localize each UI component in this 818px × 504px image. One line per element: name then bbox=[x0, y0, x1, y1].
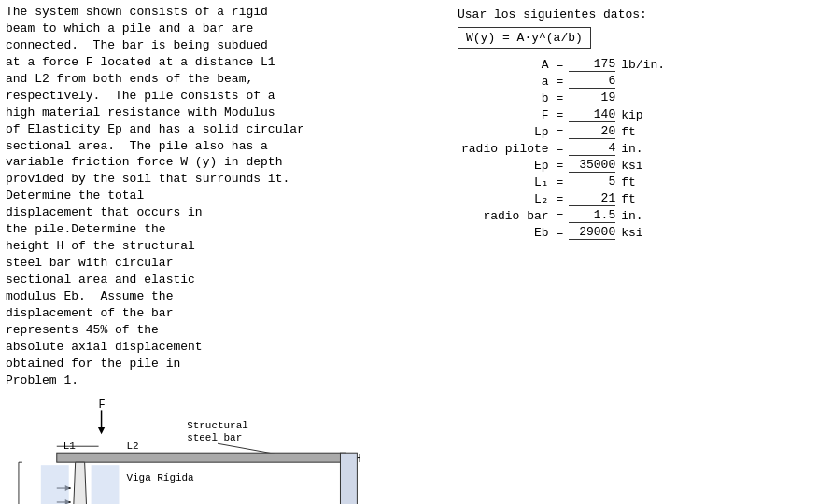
data-value-7: 5 bbox=[565, 174, 617, 190]
f-label: F bbox=[99, 399, 106, 412]
usar-title: Usar los siguientes datos: bbox=[458, 7, 647, 21]
data-label-1: a = bbox=[458, 73, 565, 90]
data-label-6: Ep = bbox=[458, 157, 565, 174]
structural-bar-label: Structural bbox=[187, 420, 248, 431]
data-value-1: 6 bbox=[565, 73, 617, 90]
data-label-7: L₁ = bbox=[458, 174, 565, 190]
data-value-2: 19 bbox=[565, 90, 617, 106]
data-table: A =175lb/in.a =6b =19F =140kipLp =20ftra… bbox=[458, 56, 669, 241]
data-value-5: 4 bbox=[565, 140, 617, 157]
l2-label: L2 bbox=[126, 441, 138, 452]
svg-rect-6 bbox=[340, 453, 357, 504]
problem-text: The system shown consists of a rigid bea… bbox=[6, 4, 443, 389]
data-label-5: radio pilote = bbox=[458, 140, 565, 157]
data-value-3: 140 bbox=[565, 106, 617, 123]
data-label-10: Eb = bbox=[458, 224, 565, 241]
data-row-9: radio bar =1.5in. bbox=[458, 207, 669, 224]
data-row-10: Eb =29000ksi bbox=[458, 224, 669, 241]
svg-text:steel bar: steel bar bbox=[187, 432, 242, 443]
formula-text: W(y) = A·y^(a/b) bbox=[466, 31, 583, 45]
data-label-0: A = bbox=[458, 56, 565, 73]
data-label-3: F = bbox=[458, 106, 565, 123]
data-unit-6: ksi bbox=[617, 157, 669, 174]
data-unit-8: ft bbox=[617, 190, 669, 207]
data-unit-2 bbox=[617, 90, 669, 106]
data-row-8: L₂ =21ft bbox=[458, 190, 669, 207]
diagram-svg: F L1 L2 Structural steel bar H Viga Rígi… bbox=[6, 395, 443, 504]
svg-rect-39 bbox=[92, 465, 120, 504]
data-row-7: L₁ =5ft bbox=[458, 174, 669, 190]
data-unit-9: in. bbox=[617, 207, 669, 224]
data-unit-0: lb/in. bbox=[617, 56, 669, 73]
data-value-9: 1.5 bbox=[565, 207, 617, 224]
left-panel: The system shown consists of a rigid bea… bbox=[0, 0, 448, 504]
formula-box: W(y) = A·y^(a/b) bbox=[458, 27, 591, 49]
data-label-4: Lp = bbox=[458, 123, 565, 140]
data-unit-3: kip bbox=[617, 106, 669, 123]
data-label-8: L₂ = bbox=[458, 190, 565, 207]
data-unit-4: ft bbox=[617, 123, 669, 140]
data-label-9: radio bar = bbox=[458, 207, 565, 224]
svg-rect-40 bbox=[41, 465, 69, 504]
svg-marker-7 bbox=[71, 462, 90, 504]
right-panel: Usar los siguientes datos: W(y) = A·y^(a… bbox=[448, 0, 818, 504]
data-value-10: 29000 bbox=[565, 224, 617, 241]
data-unit-1 bbox=[617, 73, 669, 90]
data-row-2: b =19 bbox=[458, 90, 669, 106]
data-row-0: A =175lb/in. bbox=[458, 56, 669, 73]
diagram-area: F L1 L2 Structural steel bar H Viga Rígi… bbox=[6, 395, 443, 504]
data-label-2: b = bbox=[458, 90, 565, 106]
data-unit-5: in. bbox=[617, 140, 669, 157]
data-value-0: 175 bbox=[565, 56, 617, 73]
data-row-4: Lp =20ft bbox=[458, 123, 669, 140]
data-row-3: F =140kip bbox=[458, 106, 669, 123]
viga-rigida-label: Viga Rígida bbox=[126, 472, 194, 483]
data-unit-7: ft bbox=[617, 174, 669, 190]
data-row-1: a =6 bbox=[458, 73, 669, 90]
data-row-5: radio pilote =4in. bbox=[458, 140, 669, 157]
data-unit-10: ksi bbox=[617, 224, 669, 241]
data-value-4: 20 bbox=[565, 123, 617, 140]
data-value-8: 21 bbox=[565, 190, 617, 207]
data-value-6: 35000 bbox=[565, 157, 617, 174]
svg-rect-5 bbox=[57, 453, 346, 462]
data-row-6: Ep =35000ksi bbox=[458, 157, 669, 174]
svg-marker-1 bbox=[98, 427, 106, 434]
